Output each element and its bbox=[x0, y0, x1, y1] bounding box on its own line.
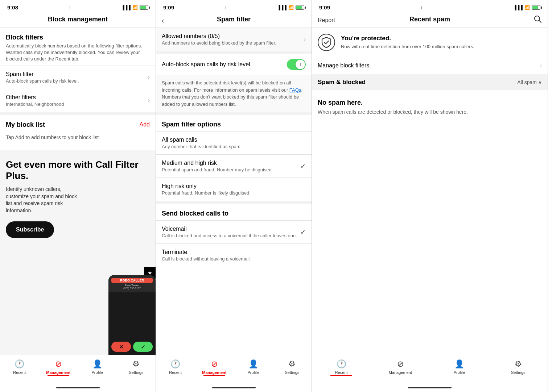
mockup-decline-btn: ✕ bbox=[111, 342, 131, 352]
page-title-1: Block management bbox=[6, 16, 150, 23]
wifi-icon-1: 📶 bbox=[132, 5, 138, 10]
divider-thick-1 bbox=[0, 112, 156, 115]
medium-high-subtitle: Potential spam and fraud. Number may be … bbox=[162, 167, 297, 172]
nav3-recent-label: Recent bbox=[335, 370, 348, 375]
search-button[interactable] bbox=[534, 15, 542, 25]
nav3-settings-wrapper: ⚙ Settings bbox=[489, 358, 548, 376]
nav-profile-wrapper: 👤 Profile bbox=[78, 358, 117, 376]
nav-recent-label: Recent bbox=[13, 370, 26, 375]
medium-high-risk-item[interactable]: Medium and high risk Potential spam and … bbox=[156, 155, 312, 178]
nav-management[interactable]: ⊘ Management bbox=[39, 358, 78, 376]
back-button-2[interactable]: ‹ bbox=[162, 16, 164, 24]
manage-block-title: Manage block filters. bbox=[318, 62, 537, 69]
all-spam-filter-btn[interactable]: All spam ∨ bbox=[517, 79, 542, 85]
terminate-content: Terminate Call is blocked without leavin… bbox=[162, 249, 306, 262]
nav2-management[interactable]: ⊘ Management bbox=[195, 358, 234, 376]
promo-desc: Identify unknown callers, customize your… bbox=[6, 186, 78, 214]
nav-recent[interactable]: 🕐 Recent bbox=[0, 358, 39, 376]
no-spam-title: No spam here. bbox=[318, 99, 542, 107]
terminate-title: Terminate bbox=[162, 249, 306, 255]
add-button[interactable]: Add bbox=[140, 121, 150, 128]
nav-recent-wrapper: 🕐 Recent bbox=[0, 358, 39, 376]
nav3-profile-label: Profile bbox=[454, 370, 465, 375]
recent-icon-2: 🕐 bbox=[170, 359, 180, 369]
voicemail-title: Voicemail bbox=[162, 226, 297, 232]
spam-filter-subtitle: Auto-block spam calls by risk level. bbox=[6, 78, 145, 84]
manage-block-chevron: › bbox=[540, 62, 542, 69]
divider-thick-2 bbox=[156, 51, 312, 54]
screen-block-management: 9:08 ↑ ▐▐▐ 📶 Block management Block filt… bbox=[0, 0, 156, 392]
high-risk-content: High risk only Potential fraud. Number i… bbox=[162, 183, 306, 196]
spam-blocked-header: Spam & blocked All spam ∨ bbox=[312, 74, 548, 90]
block-filters-section: Block filters Automatically block number… bbox=[0, 28, 156, 66]
auto-block-item[interactable]: Auto-block spam calls by risk level I bbox=[156, 54, 312, 75]
profile-icon-2: 👤 bbox=[248, 359, 258, 369]
settings-icon-2: ⚙ bbox=[288, 359, 296, 369]
promo-title: Get even more with Call Filter Plus. bbox=[6, 159, 150, 182]
dropdown-chevron-icon: ∨ bbox=[538, 79, 542, 85]
home-indicator-2 bbox=[156, 383, 312, 392]
other-filters-item[interactable]: Other filters International, Neighborhoo… bbox=[0, 89, 156, 112]
spam-options-heading: Spam filter options bbox=[156, 115, 312, 131]
status-icons-3: ▐▐▐ 📶 bbox=[513, 5, 540, 10]
send-blocked-heading: Send blocked calls to bbox=[156, 204, 312, 220]
nav3-recent[interactable]: 🕐 Recent bbox=[312, 358, 371, 376]
recent-icon: 🕐 bbox=[15, 359, 24, 369]
manage-block-filters-item[interactable]: Manage block filters. › bbox=[312, 57, 548, 74]
auto-block-toggle[interactable]: I bbox=[287, 59, 306, 70]
nav2-recent[interactable]: 🕐 Recent bbox=[156, 358, 195, 376]
battery-icon-3 bbox=[532, 5, 540, 10]
page-header-1: Block management bbox=[0, 13, 156, 28]
status-bar-2: 9:09 ↑ ▐▐▐ 📶 bbox=[156, 0, 312, 13]
signal-icon-3: ▐▐▐ bbox=[513, 5, 523, 10]
faq-link[interactable]: FAQs bbox=[289, 87, 301, 93]
block-list-title: My block list bbox=[6, 121, 45, 129]
wifi-icon-2: 📶 bbox=[288, 5, 294, 10]
status-time-1: 9:08 bbox=[7, 4, 18, 11]
location-icon-1: ↑ bbox=[69, 5, 71, 10]
no-spam-section: No spam here. When spam calls are detect… bbox=[312, 90, 548, 125]
report-button[interactable]: Report bbox=[318, 17, 335, 24]
status-bar-3: 9:09 ↑ ▐▐▐ 📶 bbox=[312, 0, 548, 13]
nav2-profile-wrapper: 👤 Profile bbox=[234, 358, 273, 376]
protected-text: You're protected. Now with real-time det… bbox=[341, 35, 474, 50]
nav-active-indicator-3 bbox=[330, 375, 352, 376]
nav3-management-label: Management bbox=[389, 370, 412, 375]
nav-profile[interactable]: 👤 Profile bbox=[78, 358, 117, 376]
protected-title: You're protected. bbox=[341, 35, 474, 42]
other-filters-title: Other filters bbox=[6, 94, 145, 101]
block-list-header: My block list Add bbox=[0, 115, 156, 132]
home-indicator-3 bbox=[312, 383, 548, 392]
page-header-3: Report Recent spam bbox=[312, 13, 548, 28]
screen-spam-filter: 9:09 ↑ ▐▐▐ 📶 ‹ Spam filter Allowed numbe… bbox=[156, 0, 312, 392]
nav3-settings[interactable]: ⚙ Settings bbox=[489, 358, 548, 376]
nav2-settings-label: Settings bbox=[285, 370, 300, 375]
nav3-management[interactable]: ⊘ Management bbox=[371, 358, 430, 376]
mockup-body: ✕ ✓ bbox=[108, 292, 156, 355]
other-filters-chevron: › bbox=[148, 97, 150, 104]
nav-active-indicator-2 bbox=[203, 375, 225, 376]
nav3-management-wrapper: ⊘ Management bbox=[371, 358, 430, 376]
high-risk-item[interactable]: High risk only Potential fraud. Number i… bbox=[156, 178, 312, 201]
subscribe-button[interactable]: Subscribe bbox=[6, 221, 54, 238]
block-filters-title: Block filters bbox=[6, 34, 150, 41]
spam-filter-item[interactable]: Spam filter Auto-block spam calls by ris… bbox=[0, 66, 156, 89]
medium-high-title: Medium and high risk bbox=[162, 160, 297, 166]
voicemail-item[interactable]: Voicemail Call is blocked and access to … bbox=[156, 221, 312, 244]
home-bar-2 bbox=[212, 387, 256, 388]
nav-settings[interactable]: ⚙ Settings bbox=[117, 358, 156, 376]
bottom-nav-2: 🕐 Recent ⊘ Management 👤 Profile ⚙ Settin… bbox=[156, 355, 312, 383]
nav-settings-wrapper: ⚙ Settings bbox=[117, 358, 156, 376]
nav2-profile[interactable]: 👤 Profile bbox=[234, 358, 273, 376]
terminate-item[interactable]: Terminate Call is blocked without leavin… bbox=[156, 244, 312, 267]
allowed-numbers-item[interactable]: Allowed numbers (0/5) Add numbers to avo… bbox=[156, 28, 312, 51]
page-header-2: ‹ Spam filter bbox=[156, 13, 312, 28]
spam-info-block: Spam calls with the selected risk level(… bbox=[156, 75, 312, 112]
all-spam-calls-item[interactable]: All spam calls Any number that is identi… bbox=[156, 132, 312, 155]
spam-blocked-title: Spam & blocked bbox=[318, 79, 366, 86]
nav2-settings[interactable]: ⚙ Settings bbox=[273, 358, 312, 376]
robo-caller-label: ROBO CALLER bbox=[111, 278, 153, 283]
management-icon: ⊘ bbox=[55, 359, 62, 369]
nav3-profile[interactable]: 👤 Profile bbox=[430, 358, 489, 376]
nav2-management-wrapper: ⊘ Management bbox=[195, 358, 234, 376]
